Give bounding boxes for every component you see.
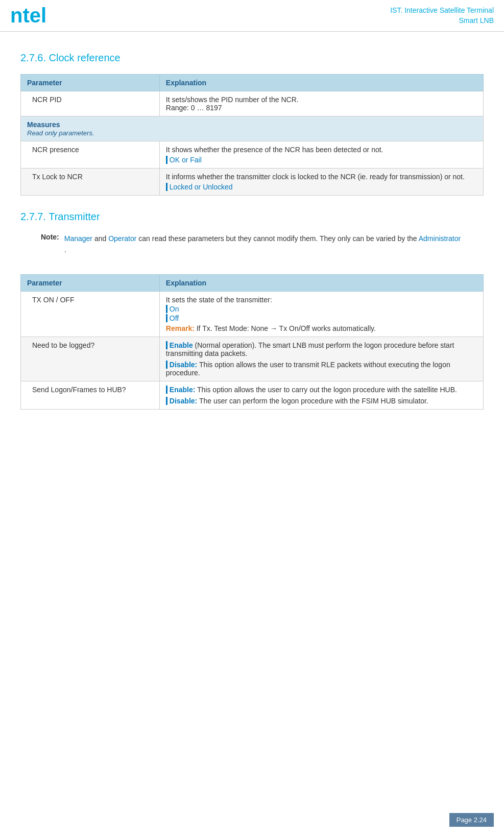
page-footer: Page 2.24 — [449, 813, 494, 827]
note-end: . — [64, 246, 66, 254]
enable-label-2: Enable: — [170, 386, 196, 394]
disable-label-2: Disable: — [170, 397, 197, 405]
col-header-explanation-1: Explanation — [159, 75, 483, 91]
param-send-logon: Send Logon/Frames to HUB? — [21, 381, 160, 409]
page-header: ntel IST. Interactive Satellite Terminal… — [0, 0, 504, 32]
table-row: Send Logon/Frames to HUB? Enable: This o… — [21, 381, 484, 409]
bar-enable: Enable (Normal operation). The smart LNB… — [166, 341, 454, 357]
bar-disable-2: Disable: The user can perform the logon … — [166, 397, 428, 405]
bar-locked-unlocked: Locked or Unlocked — [166, 183, 233, 191]
note-operator: Operator — [108, 234, 136, 243]
page-number: Page 2.24 — [457, 816, 487, 824]
explain-need-logged: Enable (Normal operation). The smart LNB… — [159, 337, 483, 381]
transmitter-table: Parameter Explanation TX ON / OFF It set… — [20, 274, 484, 410]
note-text: Manager and Operator can read these para… — [64, 233, 463, 256]
note-label: Note: — [41, 233, 59, 256]
param-ncr-pid: NCR PID — [21, 91, 160, 116]
disable-line-2: Disable: The user can perform the logon … — [166, 397, 477, 405]
header-title: IST. Interactive Satellite Terminal Smar… — [390, 6, 494, 26]
table-row-measures: Measures Read only parameters. — [21, 116, 484, 141]
col-header-parameter-2: Parameter — [21, 274, 160, 291]
measures-label: Measures — [27, 121, 60, 129]
remark-label: Remark: — [166, 324, 195, 332]
param-tx-on-off: TX ON / OFF — [21, 291, 160, 337]
explain-ncr-pid: It sets/shows the PID number of the NCR.… — [159, 91, 483, 116]
enable-label: Enable — [170, 341, 193, 349]
remark-content: If Tx. Test Mode: None → Tx On/Off works… — [197, 324, 376, 332]
disable-text-2: The user can perform the logon procedure… — [199, 397, 428, 405]
table-row: NCR PID It sets/shows the PID number of … — [21, 91, 484, 116]
table-row: Need to be logged? Enable (Normal operat… — [21, 337, 484, 381]
bar-ok-fail: OK or Fail — [166, 156, 202, 164]
main-content: 2.7.6. Clock reference Parameter Explana… — [0, 32, 504, 440]
bar-on: On — [166, 305, 179, 313]
section-2-heading: 2.7.7. Transmitter — [20, 211, 484, 223]
table-row: Tx Lock to NCR It informs whether the tr… — [21, 169, 484, 196]
bar-disable: Disable: This option allows the user to … — [166, 361, 450, 377]
measures-cell: Measures Read only parameters. — [21, 116, 484, 141]
note-section: Note: Manager and Operator can read thes… — [41, 233, 463, 256]
explain-ncr-presence: It shows whether the presence of the NCR… — [159, 141, 483, 169]
bar-off: Off — [166, 314, 179, 322]
logo: ntel — [10, 4, 46, 27]
table-row: NCR presence It shows whether the presen… — [21, 141, 484, 169]
note-mid: can read these parameters but they canno… — [138, 234, 418, 243]
enable-text: (Normal operation). The smart LNB must p… — [166, 341, 454, 357]
explain-send-logon: Enable: This option allows the user to c… — [159, 381, 483, 409]
param-need-logged: Need to be logged? — [21, 337, 160, 381]
explain-tx-lock: It informs whether the transmitter clock… — [159, 169, 483, 196]
note-administrator: Administrator — [419, 234, 461, 243]
note-and: and — [94, 234, 108, 243]
enable-text-2: This option allows the user to carry out… — [197, 386, 457, 394]
param-ncr-presence: NCR presence — [21, 141, 160, 169]
enable-line-2: Enable: This option allows the user to c… — [166, 386, 477, 394]
disable-line: Disable: This option allows the user to … — [166, 361, 477, 377]
col-header-explanation-2: Explanation — [159, 274, 483, 291]
disable-text: This option allows the user to transmit … — [166, 361, 450, 377]
table-row: TX ON / OFF It sets the state of the tra… — [21, 291, 484, 337]
enable-line: Enable (Normal operation). The smart LNB… — [166, 341, 477, 357]
explain-tx-on-off: It sets the state of the transmitter: On… — [159, 291, 483, 337]
header-title-line1: IST. Interactive Satellite Terminal — [390, 6, 494, 16]
note-manager: Manager — [64, 234, 92, 243]
bar-enable-2: Enable: This option allows the user to c… — [166, 386, 457, 394]
remark-text: Remark: If Tx. Test Mode: None → Tx On/O… — [166, 324, 376, 332]
clock-reference-table: Parameter Explanation NCR PID It sets/sh… — [20, 74, 484, 196]
header-title-line2: Smart LNB — [390, 16, 494, 26]
section-1-heading: 2.7.6. Clock reference — [20, 52, 484, 64]
param-tx-lock: Tx Lock to NCR — [21, 169, 160, 196]
measures-sublabel: Read only parameters. — [27, 129, 94, 137]
disable-label: Disable: — [170, 361, 197, 369]
col-header-parameter-1: Parameter — [21, 75, 160, 91]
